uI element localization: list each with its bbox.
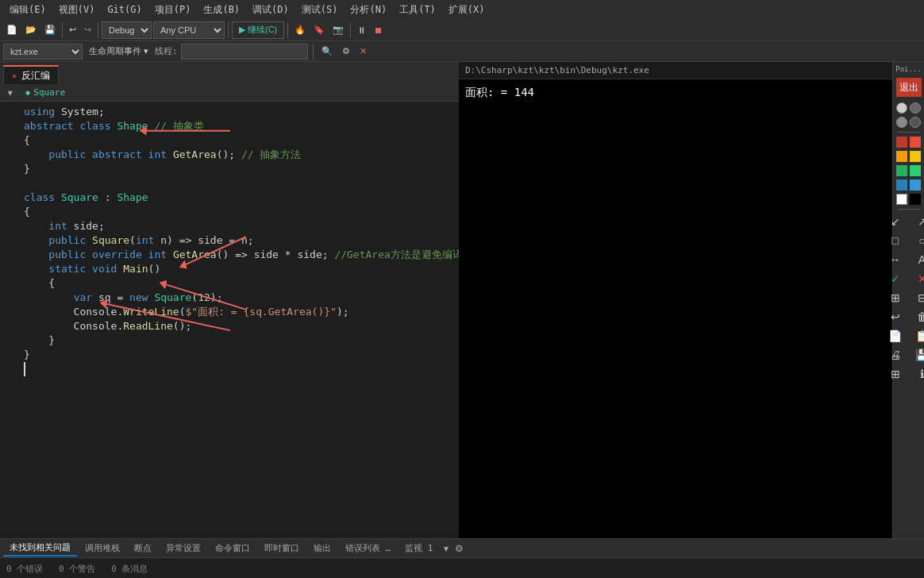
color-blue-dark[interactable] xyxy=(896,179,907,191)
sub-dropdown-icon[interactable]: ▾ xyxy=(6,85,14,100)
menu-git[interactable]: Git(G) xyxy=(101,2,148,17)
check-btn[interactable]: ✓ xyxy=(883,270,908,287)
bottom-tab-callstack[interactable]: 调用堆栈 xyxy=(79,541,126,556)
menu-test[interactable]: 测试(S) xyxy=(295,2,345,18)
color-green-dark[interactable] xyxy=(896,165,907,176)
info-btn[interactable]: ℹ xyxy=(910,365,925,383)
menu-extensions[interactable]: 扩展(X) xyxy=(442,2,491,18)
exe-dropdown[interactable]: kzt.exe xyxy=(3,44,83,60)
undo-btn[interactable]: ↩ xyxy=(66,21,79,39)
close2-btn[interactable]: ✕ xyxy=(356,43,370,60)
bottom-tab-watch[interactable]: 监视 1 xyxy=(398,541,439,556)
right-toolbar: Poi... 退出 xyxy=(892,62,924,538)
code-line: class Square : Shape xyxy=(0,191,459,205)
color-red[interactable] xyxy=(910,137,921,148)
dot-gray2[interactable] xyxy=(910,117,921,128)
menu-project[interactable]: 项目(P) xyxy=(148,2,198,18)
line-tool-btn[interactable]: ↗ xyxy=(910,213,925,230)
bookmark-btn[interactable]: 🔖 xyxy=(310,21,328,39)
continue-btn[interactable]: ▶ 继续(C) xyxy=(232,21,284,39)
copy-btn[interactable]: 📋 xyxy=(910,327,925,345)
cpu-config-dropdown[interactable]: Any CPU xyxy=(153,21,225,39)
exit-btn[interactable]: 退出 xyxy=(896,78,922,97)
print-btn[interactable]: 🖨 xyxy=(883,346,908,364)
save-tool-btn[interactable]: 💾 xyxy=(910,346,925,364)
tab-label: 反汇编 xyxy=(21,69,50,83)
menu-tools[interactable]: 工具(T) xyxy=(393,2,442,18)
new-file-btn[interactable]: 📄 xyxy=(3,21,21,39)
camera-btn[interactable]: 📷 xyxy=(329,21,347,39)
bottom-settings-btn[interactable]: ⚙ xyxy=(452,542,466,555)
bottom-tab-output[interactable]: 输出 xyxy=(307,541,337,556)
code-line: } xyxy=(0,333,459,348)
dot-light[interactable] xyxy=(896,102,907,114)
color-black[interactable] xyxy=(910,194,921,205)
console-output: 面积: = 144 xyxy=(465,86,534,98)
curve-tool-btn[interactable]: ↙ xyxy=(883,213,908,230)
code-line: { xyxy=(0,133,459,148)
cross-btn[interactable]: ✕ xyxy=(910,270,925,287)
menu-view[interactable]: 视图(V) xyxy=(52,2,102,18)
bottom-tab-breakpoints[interactable]: 断点 xyxy=(128,541,158,556)
zoom-out-btn[interactable]: ⊟ xyxy=(910,289,925,306)
square-tab[interactable]: ◆ Square xyxy=(21,86,70,99)
color-white[interactable] xyxy=(896,194,907,205)
filter-btn[interactable]: 🔍 xyxy=(318,43,336,60)
resize-h-btn[interactable]: ↔ xyxy=(883,251,908,268)
bottom-tab-errors[interactable]: 错误列表 … xyxy=(339,541,397,556)
code-line: abstract class Shape // 抽象类 xyxy=(0,119,459,133)
bottom-tab-exceptions[interactable]: 异常设置 xyxy=(160,541,207,556)
sub-tab-icon: ◆ xyxy=(25,87,31,98)
sub-tab-label: Square xyxy=(33,87,65,98)
settings-btn[interactable]: ⚙ xyxy=(339,43,353,60)
open-btn[interactable]: 📂 xyxy=(22,21,40,39)
color-red-dark[interactable] xyxy=(896,137,907,148)
thread-input[interactable] xyxy=(181,44,308,60)
tool-row5: ⊞ ⊟ xyxy=(883,289,925,306)
color-row2 xyxy=(896,151,921,162)
main-area: ✕ 反汇编 ▾ ◆ Square xyxy=(0,62,924,538)
bottom-tab-command[interactable]: 命令窗口 xyxy=(209,541,256,556)
bottom-tab-problems[interactable]: 未找到相关问题 xyxy=(3,540,77,557)
color-yellow-dark[interactable] xyxy=(896,151,907,162)
dot-dark[interactable] xyxy=(910,102,921,114)
disassembly-tab[interactable]: ✕ 反汇编 xyxy=(3,65,59,84)
stop-btn[interactable]: ⏹ xyxy=(371,21,386,39)
new-doc-btn[interactable]: 📄 xyxy=(883,327,908,345)
lifecycle-btn[interactable]: 生命周期事件 ▾ xyxy=(86,43,152,60)
color-yellow[interactable] xyxy=(910,151,921,162)
tool-row6: ↩ 🗑 xyxy=(883,308,925,326)
tool-row1: ↙ ↗ xyxy=(883,213,925,230)
save-btn[interactable]: 💾 xyxy=(41,21,59,39)
grid-btn[interactable]: ⊞ xyxy=(883,365,908,383)
code-line: using System; xyxy=(0,105,459,119)
undo-tool-btn[interactable]: ↩ xyxy=(883,308,908,326)
debug-config-dropdown[interactable]: Debug xyxy=(102,21,152,39)
color-green[interactable] xyxy=(910,165,921,176)
color-row5 xyxy=(896,194,921,205)
tool-row7: 📄 📋 xyxy=(883,327,925,345)
rect-tool-btn[interactable]: □ xyxy=(883,232,908,249)
color-row4 xyxy=(896,179,921,191)
code-area[interactable]: using System; abstract class Shape // 抽象… xyxy=(0,102,459,538)
console-path: D:\Csharp\kzt\kzt\bin\Debug\kzt.exe xyxy=(465,65,649,75)
zoom-in-btn[interactable]: ⊞ xyxy=(883,289,908,306)
tool-row3: ↔ A xyxy=(883,251,925,268)
text-tool-btn[interactable]: A xyxy=(910,251,925,268)
ellipse-tool-btn[interactable]: ○ xyxy=(910,232,925,249)
bottom-tab-immediate[interactable]: 即时窗口 xyxy=(258,541,306,556)
menu-analyze[interactable]: 分析(N) xyxy=(344,2,393,18)
dot-row1 xyxy=(896,102,921,114)
color-blue[interactable] xyxy=(910,179,921,191)
redo-btn[interactable]: ↪ xyxy=(81,21,94,39)
menu-edit[interactable]: 编辑(E) xyxy=(3,2,52,18)
dot-gray1[interactable] xyxy=(896,117,907,128)
bottom-filter-btn[interactable]: ▾ xyxy=(441,542,451,555)
menu-build[interactable]: 生成(B) xyxy=(197,2,246,18)
pause-btn[interactable]: ⏸ xyxy=(354,21,369,39)
toolbar: 📄 📂 💾 ↩ ↪ Debug Any CPU ▶ 继续(C) 🔥 🔖 📷 ⏸ … xyxy=(0,19,924,41)
menu-debug[interactable]: 调试(D) xyxy=(246,2,295,18)
delete-btn[interactable]: 🗑 xyxy=(910,308,925,326)
flame-btn[interactable]: 🔥 xyxy=(291,21,309,39)
close-tab-icon[interactable]: ✕ xyxy=(12,71,17,80)
